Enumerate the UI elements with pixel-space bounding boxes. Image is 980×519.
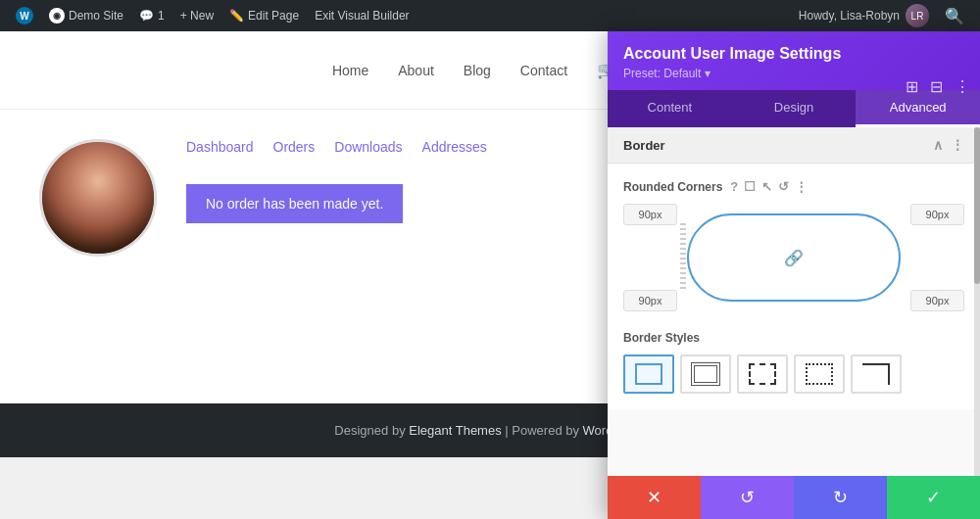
section-header-icons: ∧ ⋮ [933, 137, 964, 153]
howdy-text: Howdy, Lisa-Robyn LR [791, 4, 937, 27]
tab-design[interactable]: Design [732, 90, 857, 127]
exit-builder-item[interactable]: Exit Visual Builder [307, 0, 417, 31]
section-more-icon[interactable]: ⋮ [951, 137, 964, 153]
admin-avatar: LR [906, 4, 929, 27]
admin-bar-right: Howdy, Lisa-Robyn LR 🔍 [791, 4, 972, 27]
border-style-inner-btn[interactable] [680, 354, 731, 394]
footer-text: Designed by [334, 423, 409, 438]
tab-addresses[interactable]: Addresses [422, 139, 487, 155]
rc-reset-icon[interactable]: ↺ [778, 179, 789, 194]
corner-inputs-wrapper: 🔗 [623, 204, 964, 311]
comments-count: 1 [158, 9, 165, 23]
edit-page-item[interactable]: ✏️ Edit Page [221, 0, 307, 31]
nav-home[interactable]: Home [332, 63, 368, 78]
tab-orders[interactable]: Orders [273, 139, 316, 155]
avatar-image [42, 142, 154, 254]
rounded-preview: 🔗 [687, 213, 901, 302]
border-style-options [623, 354, 964, 394]
border-dotted-preview [806, 363, 833, 385]
pencil-icon: ✏️ [229, 9, 244, 23]
elegant-themes-link[interactable]: Elegant Themes [409, 423, 501, 438]
no-orders-message: No order has been made yet. [206, 196, 383, 212]
cancel-button[interactable]: ✕ [608, 476, 701, 519]
demo-site-icon: ◉ [49, 8, 65, 24]
exit-builder-label: Exit Visual Builder [315, 9, 410, 23]
nav-blog[interactable]: Blog [464, 63, 491, 78]
corner-tl-input[interactable] [623, 204, 677, 225]
rc-help-icon[interactable]: ? [730, 179, 738, 194]
new-item[interactable]: + New [172, 0, 221, 31]
new-label: + New [180, 9, 214, 23]
nav-contact[interactable]: Contact [520, 63, 567, 78]
rounded-corners-label: Rounded Corners ? ☐ ↖ ↺ ⋮ [623, 179, 964, 194]
border-styles-label: Border Styles [623, 331, 964, 345]
tab-dashboard[interactable]: Dashboard [186, 139, 254, 155]
panel-scrollbar[interactable] [974, 127, 980, 519]
border-styles-section: Border Styles [623, 331, 964, 394]
panel-more-icon[interactable]: ⋮ [953, 75, 972, 98]
demo-site-label: Demo Site [69, 9, 123, 23]
border-style-dotted-btn[interactable] [794, 354, 845, 394]
border-dashed-preview [749, 363, 776, 385]
admin-search-icon[interactable]: 🔍 [937, 7, 972, 25]
edit-page-label: Edit Page [248, 9, 299, 23]
wp-logo-item[interactable]: W [8, 0, 41, 31]
corner-bl-input[interactable] [623, 290, 677, 311]
rc-device-icon[interactable]: ☐ [744, 179, 756, 194]
demo-site-item[interactable]: ◉ Demo Site [41, 0, 131, 31]
rc-more-icon[interactable]: ⋮ [795, 179, 808, 194]
corner-tr-input[interactable] [910, 204, 964, 225]
footer-separator: | Powered by [505, 423, 582, 438]
comments-item[interactable]: 💬 1 [131, 0, 172, 31]
border-section: Border ∧ ⋮ Rounded Corners ? ☐ ↖ ↺ ⋮ [608, 127, 980, 409]
panel-title: Account User Image Settings [623, 45, 964, 63]
slider-vertical [680, 223, 686, 292]
tab-downloads[interactable]: Downloads [334, 139, 402, 155]
border-style-solid-btn[interactable] [623, 354, 674, 394]
profile-content: Dashboard Orders Downloads Addresses No … [186, 139, 487, 223]
panel-header: Account User Image Settings Preset: Defa… [608, 31, 980, 90]
panel-header-icons: ⊞ ⊟ ⋮ [904, 75, 972, 98]
panel-body[interactable]: Border ∧ ⋮ Rounded Corners ? ☐ ↖ ↺ ⋮ [608, 127, 980, 519]
panel-bottom-bar: ✕ ↺ ↻ ✓ [608, 476, 980, 519]
save-button[interactable]: ✓ [887, 476, 980, 519]
border-tr-preview [862, 363, 890, 385]
border-solid-preview [635, 363, 662, 385]
panel-scrollbar-thumb [974, 127, 980, 284]
link-icon: 🔗 [784, 249, 804, 267]
user-avatar [39, 139, 157, 257]
comments-icon: 💬 [139, 9, 154, 23]
corner-br-input[interactable] [910, 290, 964, 311]
admin-bar: W ◉ Demo Site 💬 1 + New ✏️ Edit Page Exi… [0, 0, 980, 31]
no-orders-box: No order has been made yet. [186, 184, 403, 223]
border-inner-preview [694, 365, 717, 383]
nav-about[interactable]: About [398, 63, 434, 78]
border-section-title: Border [623, 138, 665, 153]
undo-button[interactable]: ↺ [701, 476, 794, 519]
settings-panel: Account User Image Settings Preset: Defa… [608, 31, 980, 519]
panel-columns-icon[interactable]: ⊟ [928, 75, 945, 98]
border-style-dashed-btn[interactable] [737, 354, 788, 394]
collapse-icon[interactable]: ∧ [933, 137, 943, 153]
account-tabs: Dashboard Orders Downloads Addresses [186, 139, 487, 155]
border-style-tl-btn[interactable] [851, 354, 902, 394]
rc-cursor-icon[interactable]: ↖ [761, 179, 772, 194]
border-section-header: Border ∧ ⋮ [608, 127, 980, 164]
tab-content[interactable]: Content [608, 90, 732, 127]
wp-icon: W [16, 7, 33, 24]
border-section-body: Rounded Corners ? ☐ ↖ ↺ ⋮ 🔗 [608, 164, 980, 409]
rc-icons: ? ☐ ↖ ↺ ⋮ [730, 179, 808, 194]
redo-button[interactable]: ↻ [794, 476, 887, 519]
panel-responsive-icon[interactable]: ⊞ [904, 75, 920, 98]
